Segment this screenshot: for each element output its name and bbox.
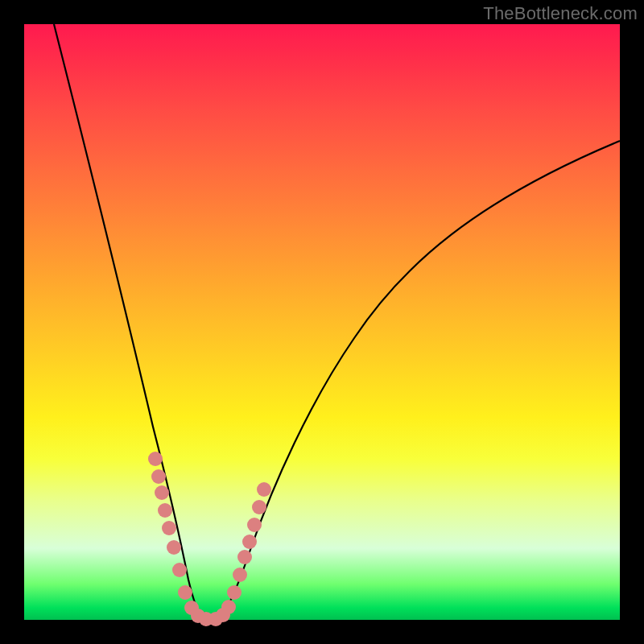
bead bbox=[167, 540, 181, 555]
beads-right-group bbox=[208, 482, 271, 626]
bead bbox=[148, 452, 163, 466]
bead bbox=[257, 482, 271, 497]
bead bbox=[221, 600, 236, 614]
bead bbox=[155, 485, 169, 500]
curve-group bbox=[54, 24, 620, 620]
bead bbox=[151, 469, 166, 484]
bead bbox=[178, 585, 192, 600]
bead bbox=[247, 518, 262, 532]
plot-area bbox=[24, 24, 620, 620]
bead bbox=[237, 550, 252, 564]
bead bbox=[242, 535, 257, 549]
curve-svg bbox=[24, 24, 620, 620]
bead bbox=[158, 503, 172, 518]
bead bbox=[172, 563, 187, 577]
left-curve bbox=[54, 24, 209, 620]
right-curve bbox=[209, 141, 620, 620]
bead bbox=[233, 568, 247, 582]
bead bbox=[162, 521, 176, 535]
chart-frame: TheBottleneck.com bbox=[0, 0, 644, 644]
bead bbox=[252, 500, 266, 514]
bead bbox=[227, 585, 242, 600]
watermark-text: TheBottleneck.com bbox=[483, 3, 638, 24]
